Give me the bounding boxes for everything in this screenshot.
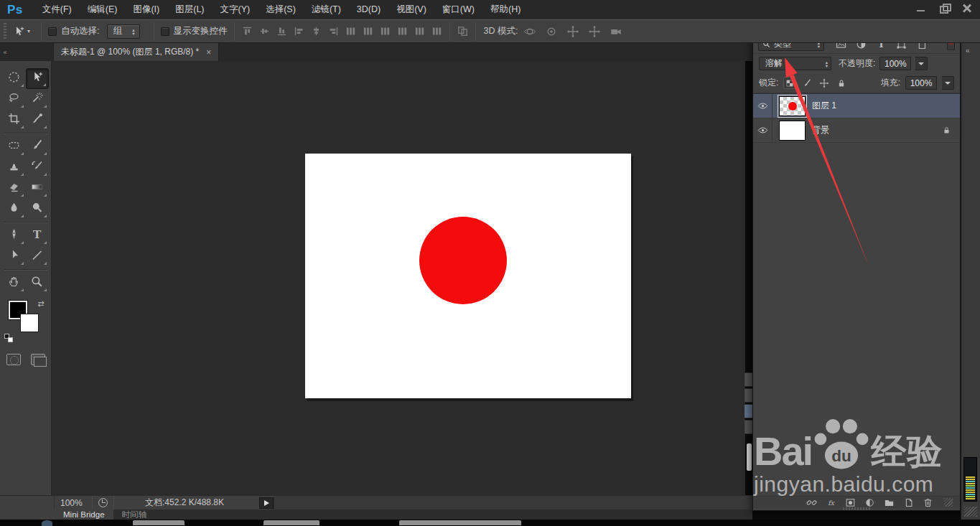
menu-item[interactable]: 图层(L): [167, 0, 212, 19]
distribute-vertical-centers-icon[interactable]: [362, 25, 374, 37]
canvas-area[interactable]: [52, 61, 745, 495]
screen-mode-icon[interactable]: [31, 354, 45, 365]
new-adjustment-layer-icon[interactable]: [864, 497, 875, 508]
auto-align-layers-icon[interactable]: [457, 25, 469, 37]
collapse-left-icon[interactable]: «: [0, 43, 10, 61]
align-left-edges-icon[interactable]: [293, 25, 305, 37]
auto-select-checkbox[interactable]: [48, 27, 57, 36]
menu-item[interactable]: 窗口(W): [434, 0, 482, 19]
history-brush-tool[interactable]: [26, 157, 49, 178]
new-group-icon[interactable]: [884, 497, 895, 508]
menu-item[interactable]: 视图(V): [388, 0, 434, 19]
fill-dropdown-icon[interactable]: [942, 76, 954, 90]
resize-grip[interactable]: [944, 498, 953, 507]
default-colors-icon[interactable]: [4, 334, 13, 342]
status-options-icon[interactable]: [259, 497, 274, 509]
document-tab[interactable]: 未标题-1 @ 100% (图层 1, RGB/8) * ×: [53, 43, 219, 61]
swap-colors-icon[interactable]: ⇄: [37, 299, 44, 309]
taskbar-orb-icon[interactable]: [42, 520, 52, 526]
menu-item[interactable]: 帮助(H): [482, 0, 528, 19]
show-transform-checkbox[interactable]: [161, 27, 169, 36]
hand-tool[interactable]: [3, 273, 26, 293]
fill-value-field[interactable]: 100%: [905, 76, 937, 90]
restore-icon[interactable]: [938, 2, 950, 14]
taskbar-item[interactable]: [399, 520, 521, 525]
lock-all-icon[interactable]: [835, 77, 847, 89]
bottom-tab-mini-bridge[interactable]: Mini Bridge: [55, 509, 113, 520]
layer-row[interactable]: 图层 1: [753, 94, 960, 118]
distribute-left-edges-icon[interactable]: [396, 25, 409, 37]
dodge-tool[interactable]: [26, 199, 49, 220]
blend-mode-dropdown[interactable]: 溶解 ▴▾: [759, 57, 831, 70]
scrollbar-thumb[interactable]: [747, 443, 752, 471]
layer-thumbnail[interactable]: [779, 96, 806, 116]
rotate-3d-object-icon[interactable]: [523, 25, 536, 38]
menu-item[interactable]: 选择(S): [258, 0, 304, 19]
scale-3d-object-icon[interactable]: [610, 25, 622, 38]
lock-transparent-pixels-icon[interactable]: [783, 77, 795, 89]
distribute-horizontal-centers-icon[interactable]: [414, 25, 426, 37]
link-layers-icon[interactable]: [806, 497, 817, 508]
taskbar-item[interactable]: [133, 520, 185, 525]
brush-tool[interactable]: [26, 136, 49, 157]
resize-grip[interactable]: [964, 507, 977, 517]
blur-tool[interactable]: [3, 199, 26, 220]
align-horizontal-centers-icon[interactable]: [310, 25, 322, 37]
magic-wand-tool[interactable]: [26, 89, 49, 110]
minimize-icon[interactable]: [915, 2, 927, 14]
opacity-dropdown-icon[interactable]: [915, 57, 928, 70]
close-icon[interactable]: [961, 2, 973, 14]
move-tool[interactable]: [26, 68, 49, 89]
layer-visibility-toggle[interactable]: [753, 118, 773, 142]
new-layer-icon[interactable]: [903, 497, 914, 508]
opacity-value-field[interactable]: 100%: [879, 57, 911, 70]
distribute-top-edges-icon[interactable]: [345, 25, 357, 37]
collapse-dock-icon[interactable]: «: [966, 47, 970, 55]
menu-item[interactable]: 图像(I): [125, 0, 167, 19]
menu-item[interactable]: 3D(D): [349, 0, 388, 19]
current-tool-button[interactable]: ▾: [12, 25, 30, 38]
layer-visibility-toggle[interactable]: [753, 94, 773, 118]
live-preview-icon[interactable]: [98, 498, 108, 507]
eyedropper-tool[interactable]: [26, 110, 49, 131]
layer-row[interactable]: 背景: [753, 118, 960, 143]
lock-position-icon[interactable]: [818, 77, 830, 89]
lock-image-pixels-icon[interactable]: [801, 77, 813, 89]
align-bottom-edges-icon[interactable]: [276, 25, 288, 37]
align-top-edges-icon[interactable]: [241, 25, 253, 37]
add-layer-mask-icon[interactable]: [845, 497, 856, 508]
delete-layer-icon[interactable]: [923, 497, 933, 508]
align-right-edges-icon[interactable]: [327, 25, 340, 37]
type-tool[interactable]: [26, 225, 49, 246]
bottom-tab-时间轴[interactable]: 时间轴: [113, 509, 156, 520]
distribute-right-edges-icon[interactable]: [431, 25, 443, 37]
distribute-bottom-edges-icon[interactable]: [379, 25, 391, 37]
slide-3d-object-icon[interactable]: [588, 25, 601, 38]
zoom-tool[interactable]: [26, 273, 49, 293]
pen-tool[interactable]: [3, 225, 26, 246]
layer-style-fx-icon[interactable]: [826, 497, 836, 508]
zoom-level-field[interactable]: 100%: [55, 498, 92, 508]
taskbar-item[interactable]: [263, 520, 319, 525]
patch-tool[interactable]: [3, 136, 26, 157]
elliptical-marquee-tool[interactable]: [3, 68, 26, 89]
quick-mask-icon[interactable]: [6, 354, 21, 365]
menu-item[interactable]: 编辑(E): [80, 0, 126, 19]
crop-tool[interactable]: [3, 110, 26, 131]
close-tab-icon[interactable]: ×: [206, 47, 211, 57]
layer-thumbnail[interactable]: [779, 121, 806, 141]
lasso-tool[interactable]: [3, 89, 26, 110]
align-vertical-centers-icon[interactable]: [258, 25, 271, 37]
line-tool[interactable]: [26, 246, 49, 267]
menu-item[interactable]: 文字(Y): [213, 0, 258, 19]
background-color-swatch[interactable]: [20, 314, 39, 332]
menu-item[interactable]: 滤镜(T): [304, 0, 349, 19]
roll-3d-object-icon[interactable]: [545, 25, 558, 38]
eraser-tool[interactable]: [3, 178, 26, 199]
auto-select-dropdown[interactable]: 组 ▴▾: [107, 24, 140, 39]
document-canvas[interactable]: [305, 154, 631, 398]
clone-stamp-tool[interactable]: [3, 157, 26, 178]
gradient-tool[interactable]: [26, 178, 49, 199]
panel-grip[interactable]: [843, 507, 870, 510]
menu-item[interactable]: 文件(F): [34, 0, 80, 19]
